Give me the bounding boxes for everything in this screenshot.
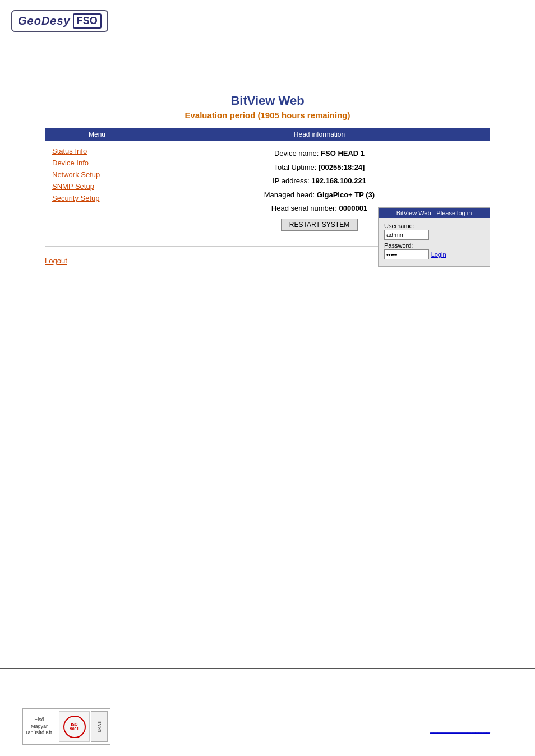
logout-link[interactable]: Logout [45,257,67,265]
login-link[interactable]: Login [431,251,446,258]
password-label: Password: [384,242,484,249]
serial-label: Head serial number: [271,204,337,212]
footer-right-link[interactable]: ________________ [430,725,490,734]
device-name-label: Device name: [274,149,319,157]
ip-label: IP address: [273,177,310,185]
login-box: BitView Web - Please log in Username: Pa… [378,207,490,267]
device-name-value: FSO HEAD 1 [321,149,365,157]
cert-text3: Tanúsító Kft. [25,730,53,736]
menu-column: Status Info Device Info Network Setup SN… [45,141,149,238]
bitview-title: BitView Web [45,94,490,108]
uptime-value: [00255:18:24] [319,163,365,171]
managed-label: Managed head: [264,191,315,199]
menu-item-device-info[interactable]: Device Info [52,159,142,167]
menu-header: Menu [45,128,149,141]
header-area: GeoDesy FSO [0,0,535,38]
info-header: Head information [149,128,490,141]
cert-iso-text: ISO9001 [70,722,79,731]
logo-geodesy-text: GeoDesy [18,15,71,27]
eval-text: Evaluation period (1905 hours remaining) [45,110,490,120]
device-name-line: Device name: FSO HEAD 1 [160,148,478,159]
logo: GeoDesy FSO [11,10,108,32]
ip-line: IP address: 192.168.100.221 [160,175,478,187]
uptime-line: Total Uptime: [00255:18:24] [160,162,478,173]
username-label: Username: [384,222,484,229]
restart-button[interactable]: RESTART SYSTEM [281,219,358,231]
login-container: BitView Web - Please log in Username: Pa… [378,207,490,267]
menu-item-security-setup[interactable]: Security Setup [52,194,142,202]
logo-fso-text: FSO [73,13,102,29]
menu-item-status-info[interactable]: Status Info [52,147,142,155]
cert-box: Első Magyar Tanúsító Kft. ISO9001 UKAS [22,708,110,745]
uptime-label: Total Uptime: [274,163,317,171]
cert-logo: ISO9001 [59,711,90,742]
login-title-bar: BitView Web - Please log in [379,208,490,218]
menu-item-network-setup[interactable]: Network Setup [52,170,142,179]
managed-line: Managed head: GigaPico+ TP (3) [160,189,478,201]
page-wrapper: GeoDesy FSO BitView Web - Please log in … [0,0,535,756]
login-content: Username: Password: Login [379,218,490,266]
cert-logo-inner: ISO9001 [63,716,86,738]
password-input[interactable] [384,249,429,259]
cert-text2: Magyar [31,723,48,730]
managed-value: GigaPico+ TP (3) [317,191,375,199]
footer-separator [0,668,535,669]
username-input[interactable] [384,230,429,240]
ukas-text: UKAS [98,721,102,732]
footer-area: Első Magyar Tanúsító Kft. ISO9001 UKAS _… [0,703,535,750]
menu-item-snmp-setup[interactable]: SNMP Setup [52,182,142,191]
cert-text1: Első [34,717,44,723]
ip-value: 192.168.100.221 [311,177,366,185]
table-header-row: Menu Head information [45,128,490,141]
serial-value: 0000001 [339,204,368,212]
